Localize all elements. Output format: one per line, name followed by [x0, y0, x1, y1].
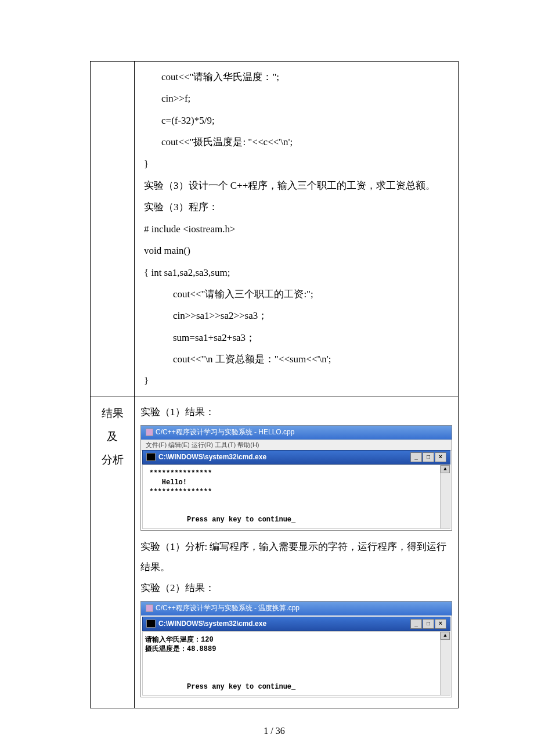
cmd-title: C:\WINDOWS\system32\cmd.exe — [158, 453, 266, 461]
app-title: C/C++程序设计学习与实验系统 - 温度换算.cpp — [156, 604, 300, 612]
app-icon — [146, 429, 153, 436]
row2-content-cell: 实验（1）结果： C/C++程序设计学习与实验系统 - HELLO.cpp 文件… — [135, 397, 459, 708]
code-line: } — [144, 370, 452, 391]
code-line: cout<<"\n 工资总额是："<<sum<<'\n'; — [144, 348, 452, 370]
app-titlebar: C/C++程序设计学习与实验系统 - HELLO.cpp — [141, 426, 452, 440]
maximize-button[interactable]: □ — [423, 619, 434, 629]
row2-side-cell: 结果 及 分析 — [91, 397, 135, 708]
code-line: cin>>sa1>>sa2>>sa3； — [144, 305, 452, 326]
close-button[interactable]: × — [435, 452, 446, 462]
code-line: { int sa1,sa2,sa3,sum; — [144, 262, 452, 283]
text-line: 实验（3）程序： — [144, 196, 452, 218]
side-label: 及 — [96, 425, 128, 448]
page-footer: 1 / 36 — [90, 726, 459, 736]
code-line: cout<<"请输入三个职工的工资:"; — [144, 283, 452, 305]
side-label: 结果 — [96, 402, 128, 425]
code-block-exp2-3: cout<<"请输入华氏温度："; cin>>f; c=(f-32)*5/9; … — [140, 66, 452, 392]
code-line: cout<<"请输入华氏温度："; — [144, 66, 452, 88]
minimize-button[interactable]: _ — [410, 452, 422, 462]
scroll-up-icon[interactable]: ▲ — [441, 465, 450, 473]
app-title: C/C++程序设计学习与实验系统 - HELLO.cpp — [156, 428, 294, 436]
cmd-icon — [146, 620, 156, 628]
cmd-titlebar: C:\WINDOWS\system32\cmd.exe _ □ × — [142, 450, 450, 465]
result1-label: 实验（1）结果： — [140, 402, 452, 423]
close-button[interactable]: × — [435, 619, 446, 629]
cmd-title: C:\WINDOWS\system32\cmd.exe — [158, 620, 266, 628]
code-line: cin>>f; — [144, 88, 452, 109]
result2-label: 实验（2）结果： — [140, 578, 452, 599]
text-line: 实验（3）设计一个 C++程序，输入三个职工的工资，求工资总额。 — [144, 175, 452, 196]
scroll-up-icon[interactable]: ▲ — [441, 632, 450, 640]
console-output: 请输入华氏温度：120 摄氏温度是：48.8889 Press any key … — [142, 631, 450, 696]
app-icon — [146, 604, 153, 612]
cmd-icon — [146, 453, 156, 461]
window-buttons: _ □ × — [410, 452, 446, 462]
cmd-titlebar: C:\WINDOWS\system32\cmd.exe _ □ × — [142, 617, 450, 631]
result1-analysis: 实验（1）分析: 编写程序，输入需要显示的字符，运行程序，得到运行结果。 — [140, 537, 452, 578]
screenshot-1: C/C++程序设计学习与实验系统 - HELLO.cpp 文件(F) 编辑(E)… — [140, 425, 452, 531]
scrollbar[interactable] — [440, 632, 450, 695]
code-line: } — [144, 153, 452, 175]
row1-side-cell — [91, 62, 135, 397]
minimize-button[interactable]: _ — [410, 619, 422, 629]
code-line: void main() — [144, 240, 452, 261]
console-output: *************** Hello! *************** P… — [142, 465, 450, 529]
code-line: c=(f-32)*5/9; — [144, 110, 452, 131]
window-buttons: _ □ × — [410, 619, 446, 629]
side-label: 分析 — [96, 448, 128, 471]
scrollbar[interactable] — [440, 465, 450, 528]
code-line: sum=sa1+sa2+sa3； — [144, 327, 452, 348]
layout-table: cout<<"请输入华氏温度："; cin>>f; c=(f-32)*5/9; … — [90, 61, 459, 708]
app-titlebar: C/C++程序设计学习与实验系统 - 温度换算.cpp — [141, 602, 452, 615]
maximize-button[interactable]: □ — [423, 452, 434, 462]
app-menubar: 文件(F) 编辑(E) 运行(R) 工具(T) 帮助(H) — [141, 440, 452, 451]
screenshot-2: C/C++程序设计学习与实验系统 - 温度换算.cpp C:\WINDOWS\s… — [140, 601, 452, 697]
code-line: cout<<"摄氏温度是: "<<c<<'\n'; — [144, 131, 452, 153]
row1-content-cell: cout<<"请输入华氏温度："; cin>>f; c=(f-32)*5/9; … — [135, 62, 459, 397]
code-line: # include <iostream.h> — [144, 218, 452, 240]
